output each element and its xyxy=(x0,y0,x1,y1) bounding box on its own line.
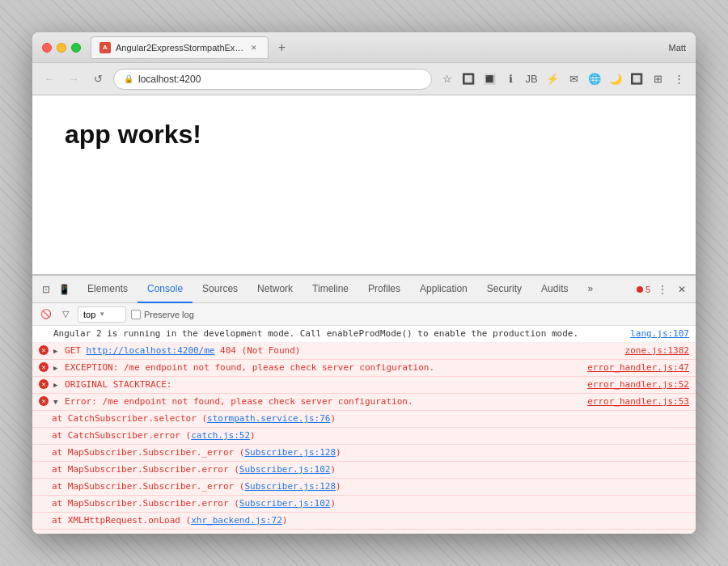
error-icon-container: ✕ xyxy=(39,361,50,372)
devtools-close-icon[interactable]: ✕ xyxy=(675,282,689,297)
extensions-icon5[interactable]: ⚡ xyxy=(544,70,561,88)
context-filter[interactable]: top ▼ xyxy=(78,306,126,323)
console-stacktrace-line: at CatchSubscriber.selector (stormpath.s… xyxy=(32,411,696,428)
maximize-button[interactable] xyxy=(71,43,81,53)
stack-link[interactable]: Subscriber.js:128 xyxy=(244,481,336,492)
back-button[interactable]: ← xyxy=(40,70,58,88)
console-stacktrace-line: at XMLHttpRequest.onLoad (xhr_backend.js… xyxy=(32,513,696,530)
stack-link[interactable]: zone.js:265 xyxy=(201,532,260,534)
lock-icon: 🔒 xyxy=(124,74,133,83)
console-line-source[interactable]: zone.js:1382 xyxy=(625,344,689,357)
expand-arrow-icon[interactable]: ▶ xyxy=(53,364,57,372)
tab-profiles[interactable]: Profiles xyxy=(358,276,410,303)
user-name: Matt xyxy=(669,43,686,53)
tab-security[interactable]: Security xyxy=(477,276,531,303)
preserve-log-control[interactable]: Preserve log xyxy=(131,310,194,319)
tab-network[interactable]: Network xyxy=(248,276,303,303)
stack-link[interactable]: Subscriber.js:128 xyxy=(244,447,336,458)
stack-link[interactable]: Subscriber.js:102 xyxy=(239,498,331,509)
stacktrace-content: at MapSubscriber.Subscriber._error (Subs… xyxy=(52,480,689,493)
error-icon-container: ✕ xyxy=(39,344,50,355)
bookmark-icon[interactable]: ☆ xyxy=(438,70,456,88)
tab-audits[interactable]: Audits xyxy=(531,276,578,303)
console-error-line: ✕ ▶ GET http://localhost:4200/me 404 (No… xyxy=(32,343,696,360)
browser-tab[interactable]: A Angular2ExpressStormpathEx… ✕ xyxy=(91,36,269,59)
address-input[interactable]: 🔒 localhost:4200 xyxy=(113,69,432,90)
stacktrace-content: at XMLHttpRequest.onLoad (xhr_backend.js… xyxy=(52,514,689,527)
extensions-icon2[interactable]: 🔳 xyxy=(480,70,498,88)
menu-button[interactable]: ⋮ xyxy=(670,70,688,88)
extensions-icon7[interactable]: 🌐 xyxy=(586,70,603,88)
tab-application[interactable]: Application xyxy=(410,276,477,303)
reload-button[interactable]: ↺ xyxy=(89,70,107,88)
tab-close-button[interactable]: ✕ xyxy=(248,42,260,53)
filter-value: top xyxy=(83,310,95,319)
stack-link[interactable]: Subscriber.js:102 xyxy=(239,464,331,475)
devtools-icons: ⊡ 📱 xyxy=(39,282,71,297)
console-line-source[interactable]: error_handler.js:52 xyxy=(587,378,689,391)
console-toolbar: 🚫 ▽ top ▼ Preserve log xyxy=(32,303,696,326)
title-bar: A Angular2ExpressStormpathEx… ✕ + Matt xyxy=(32,32,696,63)
stacktrace-content: at CatchSubscriber.error (catch.js:52) xyxy=(52,429,689,442)
extensions-icon10[interactable]: ⊞ xyxy=(649,70,667,88)
console-error-line: ✕ ▶ ORIGINAL STACKTRACE: error_handler.j… xyxy=(32,377,696,394)
stacktrace-content: at ZoneDelegate.invokeTask (zone.js:265) xyxy=(52,531,689,534)
error-circle-icon: ✕ xyxy=(39,362,49,372)
stack-link[interactable]: catch.js:52 xyxy=(191,430,250,441)
error-circle-icon: ✕ xyxy=(39,379,49,389)
address-bar: ← → ↺ 🔒 localhost:4200 ☆ 🔲 🔳 ℹ JB ⚡ ✉ 🌐 … xyxy=(32,63,696,95)
devtools-settings-icon[interactable]: ⋮ xyxy=(655,282,670,297)
stacktrace-content: at CatchSubscriber.selector (stormpath.s… xyxy=(52,412,689,425)
clear-console-icon[interactable]: 🚫 xyxy=(39,307,53,322)
error-circle-icon: ✕ xyxy=(39,345,49,355)
expand-arrow-icon[interactable]: ▼ xyxy=(53,398,57,406)
stack-link[interactable]: xhr_backend.js:72 xyxy=(191,515,282,526)
error-count: 5 xyxy=(645,285,650,294)
app-heading: app works! xyxy=(65,120,663,150)
new-tab-button[interactable]: + xyxy=(272,38,291,57)
forward-button[interactable]: → xyxy=(65,70,83,88)
tab-title: Angular2ExpressStormpathEx… xyxy=(116,43,243,53)
expand-arrow-icon[interactable]: ▶ xyxy=(53,381,57,389)
error-icon-container: ✕ xyxy=(39,378,50,389)
tab-more[interactable]: » xyxy=(578,276,603,303)
error-url-link[interactable]: http://localhost:4200/me xyxy=(87,345,215,356)
filter-icon[interactable]: ▽ xyxy=(58,307,73,322)
error-badge: 5 xyxy=(637,285,650,294)
extensions-icon4[interactable]: JB xyxy=(523,70,540,88)
extensions-icon9[interactable]: 🔲 xyxy=(628,70,645,88)
preserve-log-label: Preserve log xyxy=(144,310,194,319)
console-line: Angular 2 is running in the development … xyxy=(32,326,696,343)
devtools-panel: ⊡ 📱 Elements Console Sources Network Tim… xyxy=(32,275,696,534)
console-stacktrace-line: at MapSubscriber.Subscriber.error (Subsc… xyxy=(32,496,696,513)
console-line-content: ▼ Error: /me endpoint not found, please … xyxy=(53,395,581,408)
element-picker-icon[interactable]: ⊡ xyxy=(39,282,53,297)
expand-arrow-icon[interactable]: ▶ xyxy=(53,347,57,355)
tab-timeline[interactable]: Timeline xyxy=(303,276,358,303)
extensions-icon6[interactable]: ✉ xyxy=(565,70,582,88)
console-stacktrace-line: at MapSubscriber.Subscriber._error (Subs… xyxy=(32,445,696,462)
preserve-log-checkbox[interactable] xyxy=(131,310,141,319)
error-circle-icon: ✕ xyxy=(39,396,49,406)
console-line-source[interactable]: error_handler.js:53 xyxy=(587,395,689,408)
filter-arrow-icon: ▼ xyxy=(99,310,105,318)
extensions-icon1[interactable]: 🔲 xyxy=(459,70,477,88)
device-mode-icon[interactable]: 📱 xyxy=(57,282,71,297)
console-error-line: ✕ ▼ Error: /me endpoint not found, pleas… xyxy=(32,394,696,411)
browser-window: A Angular2ExpressStormpathEx… ✕ + Matt ←… xyxy=(32,32,696,534)
extensions-icon8[interactable]: 🌙 xyxy=(607,70,624,88)
console-line-source[interactable]: error_handler.js:47 xyxy=(587,361,689,374)
error-icon-container: ✕ xyxy=(39,395,50,406)
extensions-icon3[interactable]: ℹ xyxy=(502,70,519,88)
tab-console[interactable]: Console xyxy=(138,276,193,303)
console-stacktrace-line: at MapSubscriber.Subscriber.error (Subsc… xyxy=(32,462,696,479)
console-line-source[interactable]: lang.js:107 xyxy=(630,327,689,340)
tab-sources[interactable]: Sources xyxy=(193,276,248,303)
devtools-tab-bar: ⊡ 📱 Elements Console Sources Network Tim… xyxy=(32,276,696,303)
minimize-button[interactable] xyxy=(57,43,66,53)
stack-link[interactable]: stormpath.service.js:76 xyxy=(207,413,330,424)
toolbar-icons: ☆ 🔲 🔳 ℹ JB ⚡ ✉ 🌐 🌙 🔲 ⊞ ⋮ xyxy=(438,70,688,88)
url-display: localhost:4200 xyxy=(138,74,201,85)
tab-elements[interactable]: Elements xyxy=(78,276,138,303)
close-button[interactable] xyxy=(42,43,52,53)
